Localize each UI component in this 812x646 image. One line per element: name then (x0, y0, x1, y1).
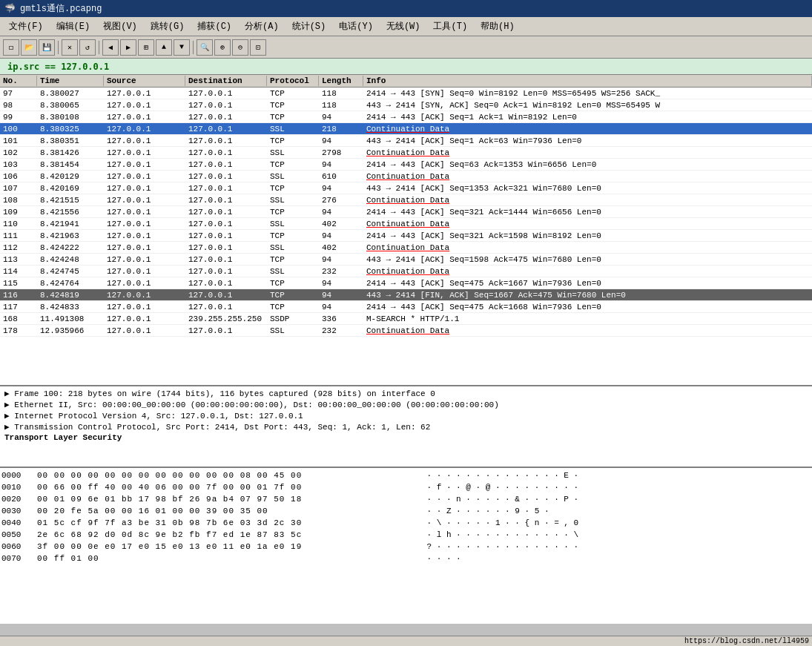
cell-proto: SSL (267, 219, 319, 229)
menu-item-v[interactable]: 视图(V) (97, 19, 143, 34)
table-row[interactable]: 17812.935966127.0.0.1127.0.0.1SSL232Cont… (0, 325, 812, 337)
hex-bytes: 01 5c cf 9f 7f a3 be 31 0b 98 7b 6e 03 3… (37, 517, 421, 529)
detail-row[interactable]: ▶ Ethernet II, Src: 00:00:00_00:00:00 (0… (1, 399, 811, 410)
table-row[interactable]: 16811.491308127.0.0.1239.255.255.250SSDP… (0, 313, 812, 325)
toolbar-new[interactable]: ◻ (3, 39, 19, 56)
table-row[interactable]: 1068.420129127.0.0.1127.0.0.1SSL610Conti… (0, 171, 812, 182)
cell-len: 610 (319, 171, 363, 182)
table-row[interactable]: 1138.424248127.0.0.1127.0.0.1TCP94443 → … (0, 254, 812, 266)
table-row[interactable]: 1038.381454127.0.0.1127.0.0.1TCP942414 →… (0, 159, 812, 171)
cell-len: 94 (319, 159, 363, 170)
menu-item-h[interactable]: 帮助(H) (475, 19, 521, 34)
menu-item-w[interactable]: 无线(W) (380, 19, 426, 34)
cell-src: 127.0.0.1 (104, 314, 185, 324)
menu-item-f[interactable]: 文件(F) (3, 19, 49, 34)
menu-item-t[interactable]: 工具(T) (427, 19, 473, 34)
cell-dst: 127.0.0.1 (185, 171, 267, 182)
cell-no: 103 (0, 159, 37, 170)
cell-time: 8.380065 (37, 100, 104, 111)
hex-row: 00603f 00 00 0e e0 17 e0 15 e0 13 e0 11 … (1, 541, 811, 553)
table-row[interactable]: 1078.420169127.0.0.1127.0.0.1TCP94443 → … (0, 182, 812, 194)
cell-len: 94 (319, 112, 363, 122)
cell-info: M-SEARCH * HTTP/1.1 (363, 314, 812, 324)
toolbar-zoom-in[interactable]: ⊕ (214, 39, 231, 56)
cell-src: 127.0.0.1 (104, 159, 185, 170)
cell-no: 114 (0, 266, 37, 277)
cell-time: 8.381454 (37, 159, 104, 170)
detail-row[interactable]: ▶ Internet Protocol Version 4, Src: 127.… (1, 410, 811, 421)
cell-info: 443 → 2414 [FIN, ACK] Seq=1667 Ack=475 W… (363, 290, 812, 300)
menu-item-g[interactable]: 跳转(G) (145, 19, 191, 34)
cell-dst: 127.0.0.1 (185, 302, 267, 312)
toolbar-open[interactable]: 📂 (21, 39, 37, 56)
toolbar-reload[interactable]: ↺ (79, 39, 96, 56)
table-row[interactable]: 1018.380351127.0.0.1127.0.0.1TCP94443 → … (0, 135, 812, 147)
menu-item-e[interactable]: 编辑(E) (50, 19, 96, 34)
cell-time: 8.381426 (37, 148, 104, 158)
detail-row[interactable]: ▶ Frame 100: 218 bytes on wire (1744 bit… (1, 388, 811, 399)
cell-info: 443 → 2414 [ACK] Seq=1 Ack=63 Win=7936 L… (363, 136, 812, 146)
cell-dst: 127.0.0.1 (185, 207, 267, 217)
cell-proto: SSL (267, 195, 319, 205)
table-row[interactable]: 1108.421941127.0.0.1127.0.0.1SSL402Conti… (0, 218, 812, 230)
table-row[interactable]: 1128.424222127.0.0.1127.0.0.1SSL402Conti… (0, 242, 812, 254)
hex-offset: 0030 (1, 505, 31, 517)
toolbar-back[interactable]: ◀ (102, 39, 119, 56)
hex-ascii: · · · n · · · · · & · · · · P · (427, 493, 811, 505)
toolbar-goto[interactable]: ⊞ (138, 39, 154, 56)
table-row[interactable]: 1098.421556127.0.0.1127.0.0.1TCP942414 →… (0, 206, 812, 218)
cell-src: 127.0.0.1 (104, 207, 185, 217)
hex-offset: 0000 (1, 469, 31, 481)
detail-row[interactable]: ▶ Transmission Control Protocol, Src Por… (1, 421, 811, 432)
cell-len: 402 (319, 219, 363, 229)
menu-item-a[interactable]: 分析(A) (239, 19, 285, 34)
menu-item-y[interactable]: 电话(Y) (333, 19, 379, 34)
cell-src: 127.0.0.1 (104, 290, 185, 300)
table-row[interactable]: 1028.381426127.0.0.1127.0.0.1SSL2798Cont… (0, 147, 812, 159)
col-info: Info (363, 76, 812, 86)
cell-time: 11.491308 (37, 314, 104, 324)
toolbar-fwd[interactable]: ▶ (120, 39, 136, 56)
detail-pane[interactable]: ▶ Frame 100: 218 bytes on wire (1744 bit… (0, 386, 812, 468)
toolbar-down[interactable]: ▼ (174, 39, 190, 56)
cell-src: 127.0.0.1 (104, 219, 185, 229)
packet-list[interactable]: No. Time Source Destination Protocol Len… (0, 75, 812, 386)
detail-row[interactable]: Transport Layer Security (1, 432, 811, 443)
menubar: 文件(F)编辑(E)视图(V)跳转(G)捕获(C)分析(A)统计(S)电话(Y)… (0, 17, 812, 36)
toolbar-filter[interactable]: 🔍 (197, 39, 213, 56)
cell-time: 8.380027 (37, 88, 104, 99)
app-icon: 🦈 (4, 3, 16, 14)
toolbar-up[interactable]: ▲ (156, 39, 172, 56)
toolbar-zoom-fit[interactable]: ⊡ (250, 39, 266, 56)
table-row[interactable]: 998.380108127.0.0.1127.0.0.1TCP942414 → … (0, 111, 812, 123)
toolbar-save[interactable]: 💾 (39, 39, 55, 56)
toolbar-zoom-out[interactable]: ⊖ (232, 39, 248, 56)
cell-len: 118 (319, 100, 363, 111)
table-row[interactable]: 1158.424764127.0.0.1127.0.0.1TCP942414 →… (0, 277, 812, 289)
cell-len: 336 (319, 314, 363, 324)
table-row[interactable]: 1008.380325127.0.0.1127.0.0.1SSL218Conti… (0, 123, 812, 135)
table-row[interactable]: 978.380027127.0.0.1127.0.0.1TCP1182414 →… (0, 88, 812, 99)
table-row[interactable]: 988.380065127.0.0.1127.0.0.1TCP118443 → … (0, 99, 812, 111)
cell-dst: 127.0.0.1 (185, 290, 267, 300)
cell-time: 8.424764 (37, 278, 104, 289)
cell-time: 8.424248 (37, 254, 104, 265)
toolbar-close[interactable]: ✕ (62, 39, 78, 56)
hex-offset: 0010 (1, 481, 31, 493)
table-row[interactable]: 1118.421963127.0.0.1127.0.0.1TCP942414 →… (0, 230, 812, 242)
col-src: Source (104, 76, 185, 86)
menu-item-s[interactable]: 统计(S) (286, 19, 332, 34)
col-dst: Destination (185, 76, 267, 86)
cell-src: 127.0.0.1 (104, 148, 185, 158)
hex-bytes: 00 00 00 00 00 00 00 00 00 00 00 00 08 0… (37, 469, 421, 481)
table-row[interactable]: 1088.421515127.0.0.1127.0.0.1SSL276Conti… (0, 194, 812, 206)
hex-ascii: · · Z · · · · · · 9 · 5 · (427, 505, 811, 517)
table-row[interactable]: 1148.424745127.0.0.1127.0.0.1SSL232Conti… (0, 266, 812, 277)
cell-src: 127.0.0.1 (104, 171, 185, 182)
menu-item-c[interactable]: 捕获(C) (191, 19, 237, 34)
cell-len: 94 (319, 207, 363, 217)
cell-proto: TCP (267, 207, 319, 217)
table-row[interactable]: 1178.424833127.0.0.1127.0.0.1TCP942414 →… (0, 301, 812, 313)
table-row[interactable]: 1168.424819127.0.0.1127.0.0.1TCP94443 → … (0, 289, 812, 301)
hex-row: 002000 01 09 6e 01 bb 17 98 bf 26 9a b4 … (1, 493, 811, 505)
